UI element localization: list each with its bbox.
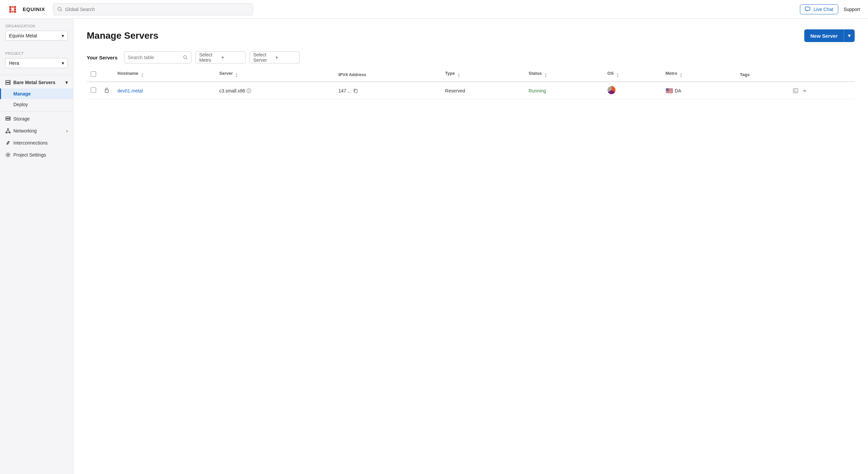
org-name: Equinix Metal bbox=[9, 33, 37, 38]
select-all-checkbox[interactable] bbox=[91, 71, 96, 77]
networking-chevron: › bbox=[66, 128, 68, 134]
hostname-header[interactable]: Hostname ▲▼ bbox=[114, 67, 215, 82]
os-sort-icon[interactable]: ▲▼ bbox=[616, 73, 619, 78]
type-sort-icon[interactable]: ▲▼ bbox=[457, 73, 460, 78]
equinix-logo-text: EQUINIX bbox=[23, 6, 45, 12]
global-search-input[interactable] bbox=[65, 7, 249, 12]
project-section: Project Hera ▾ bbox=[0, 46, 73, 73]
row-hostname-cell[interactable]: dev01.metal bbox=[114, 82, 215, 99]
navigate-arrow-icon[interactable] bbox=[802, 88, 807, 93]
row-os-cell bbox=[603, 82, 661, 99]
select-server-arrow-icon: ▾ bbox=[276, 55, 296, 60]
svg-line-10 bbox=[61, 10, 62, 11]
lock-open-icon bbox=[104, 87, 110, 93]
svg-rect-2 bbox=[9, 8, 11, 10]
svg-point-19 bbox=[9, 119, 10, 120]
sidebar-divider bbox=[0, 75, 73, 75]
project-settings-label: Project Settings bbox=[13, 152, 46, 157]
new-server-btn-dropdown-icon[interactable]: ▾ bbox=[844, 29, 855, 42]
select-metro-dropdown[interactable]: Select Metro ▾ bbox=[195, 51, 246, 63]
svg-rect-6 bbox=[14, 6, 16, 8]
row-metro-cell: 🇺🇸 DA bbox=[661, 82, 736, 99]
table-body: dev01.metal c3.small.x86 bbox=[87, 82, 855, 99]
row-tags-cell bbox=[736, 82, 789, 99]
sidebar-item-networking[interactable]: Networking › bbox=[0, 125, 73, 137]
select-all-header[interactable] bbox=[87, 67, 100, 82]
search-table-container[interactable] bbox=[124, 51, 191, 63]
sidebar-divider-2 bbox=[0, 111, 73, 112]
storage-label: Storage bbox=[13, 116, 30, 121]
svg-rect-3 bbox=[9, 11, 11, 13]
row-lock-cell bbox=[100, 82, 114, 99]
copy-icon[interactable] bbox=[353, 88, 358, 93]
chat-icon bbox=[805, 7, 810, 12]
row-checkbox-cell[interactable] bbox=[87, 82, 100, 99]
select-server-dropdown[interactable]: Select Server ▾ bbox=[250, 51, 300, 63]
hostname-link[interactable]: dev01.metal bbox=[117, 88, 143, 93]
server-header[interactable]: Server ▲▼ bbox=[215, 67, 334, 82]
new-server-btn-label: New Server bbox=[804, 30, 844, 42]
select-metro-label: Select Metro bbox=[199, 52, 219, 63]
metro-value: DA bbox=[675, 88, 681, 93]
type-header[interactable]: Type ▲▼ bbox=[441, 67, 524, 82]
search-table-icon bbox=[183, 55, 188, 60]
org-section: Organization Equinix Metal ▾ bbox=[0, 19, 73, 46]
table-row: dev01.metal c3.small.x86 bbox=[87, 82, 855, 99]
new-server-button[interactable]: New Server ▾ bbox=[804, 29, 855, 42]
svg-rect-7 bbox=[14, 8, 16, 10]
row-checkbox[interactable] bbox=[91, 87, 96, 93]
networking-label: Networking bbox=[13, 128, 37, 134]
svg-rect-34 bbox=[793, 89, 798, 93]
org-dropdown-icon: ▾ bbox=[62, 33, 64, 38]
status-value: Running bbox=[528, 88, 546, 93]
select-server-label: Select Server bbox=[253, 52, 274, 63]
metro-sort-icon[interactable]: ▲▼ bbox=[680, 73, 683, 78]
svg-rect-1 bbox=[9, 6, 11, 8]
project-name: Hera bbox=[9, 60, 19, 66]
row-actions-cell bbox=[789, 82, 855, 99]
us-flag-icon: 🇺🇸 bbox=[665, 87, 673, 94]
metro-header[interactable]: Metro ▲▼ bbox=[661, 67, 736, 82]
ubuntu-os-icon bbox=[608, 86, 616, 94]
os-header[interactable]: OS ▲▼ bbox=[603, 67, 661, 82]
app-layout: EQUINIX Live Chat Support Orga bbox=[0, 0, 868, 474]
project-select[interactable]: Hera ▾ bbox=[5, 58, 68, 68]
your-servers-label: Your Servers bbox=[87, 55, 117, 60]
support-link[interactable]: Support bbox=[844, 7, 860, 12]
sidebar-sub-item-deploy[interactable]: Deploy bbox=[0, 99, 73, 110]
main-content: Manage Servers New Server ▾ Your Servers bbox=[73, 19, 868, 474]
global-search-bar[interactable] bbox=[53, 3, 253, 16]
server-icon bbox=[5, 80, 11, 85]
live-chat-button[interactable]: Live Chat bbox=[800, 4, 838, 14]
svg-line-24 bbox=[8, 130, 10, 132]
settings-icon bbox=[5, 152, 11, 157]
top-bar: EQUINIX Live Chat Support bbox=[0, 0, 868, 19]
svg-point-14 bbox=[9, 81, 10, 82]
live-chat-label: Live Chat bbox=[814, 7, 833, 12]
org-select[interactable]: Equinix Metal ▾ bbox=[5, 31, 68, 41]
table-controls: Your Servers Select Metro ▾ Select Serve… bbox=[87, 51, 855, 67]
info-icon[interactable] bbox=[247, 88, 251, 93]
svg-line-23 bbox=[6, 130, 8, 132]
svg-point-26 bbox=[7, 154, 9, 156]
sidebar-sub-item-manage[interactable]: Manage bbox=[0, 88, 73, 99]
table-header: Hostname ▲▼ Server ▲▼ IPV4 Address Type bbox=[87, 67, 855, 82]
sidebar-item-storage[interactable]: Storage bbox=[0, 113, 73, 125]
sidebar-item-bare-metal-servers[interactable]: Bare Metal Servers ▾ bbox=[0, 77, 73, 88]
actions-header bbox=[789, 67, 855, 82]
svg-line-28 bbox=[186, 58, 187, 59]
server-type-value: c3.small.x86 bbox=[219, 88, 245, 93]
terminal-icon[interactable] bbox=[793, 88, 798, 93]
svg-rect-4 bbox=[12, 6, 14, 8]
page-title: Manage Servers bbox=[87, 30, 158, 41]
svg-point-15 bbox=[9, 84, 10, 84]
sidebar-item-interconnections[interactable]: Interconnections bbox=[0, 137, 73, 149]
sidebar-item-project-settings[interactable]: Project Settings bbox=[0, 149, 73, 161]
search-table-input[interactable] bbox=[128, 55, 181, 60]
bare-metal-servers-label: Bare Metal Servers bbox=[13, 80, 55, 85]
server-sort-icon[interactable]: ▲▼ bbox=[235, 73, 238, 78]
status-sort-icon[interactable]: ▲▼ bbox=[545, 73, 547, 78]
networking-icon bbox=[5, 128, 11, 134]
hostname-sort-icon[interactable]: ▲▼ bbox=[141, 73, 144, 78]
status-header[interactable]: Status ▲▼ bbox=[524, 67, 603, 82]
